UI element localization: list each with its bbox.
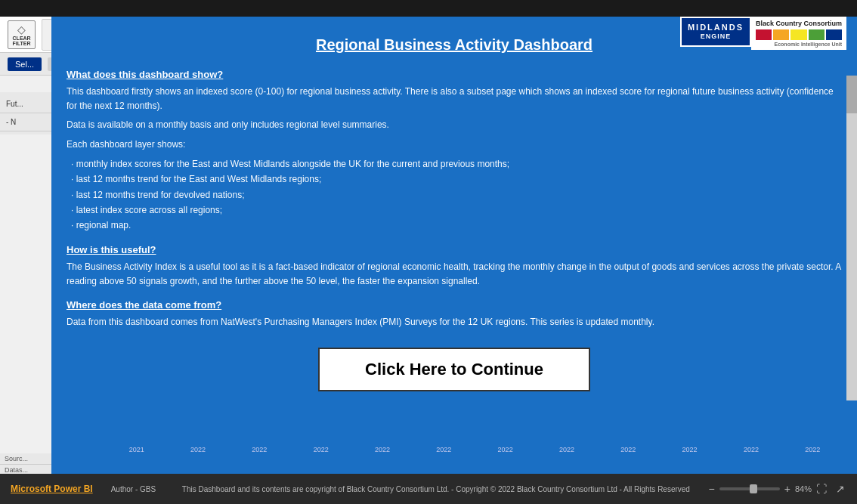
tl-11: 2022 bbox=[805, 446, 820, 453]
content-logos: MIDLANDS ENGINE Black Country Consortium… bbox=[680, 17, 846, 50]
bcc-color-row bbox=[756, 29, 842, 40]
select-button[interactable]: Sel... bbox=[8, 57, 42, 71]
section-heading-2: How is this useful? bbox=[67, 244, 842, 255]
section-text-1b: Data is available on a monthly basis and… bbox=[67, 118, 842, 132]
tl-0: 2021 bbox=[129, 446, 144, 453]
bullet-item-2: last 12 months trend for the East and We… bbox=[71, 172, 842, 187]
clear-filter-button[interactable]: ◇ CLEARFILTER bbox=[8, 20, 36, 49]
powerbi-link[interactable]: Microsoft Power BI bbox=[0, 484, 104, 494]
bottom-toolbar: Microsoft Power BI Author - GBS This Das… bbox=[0, 474, 857, 504]
continue-btn-container: Click Here to Continue bbox=[67, 348, 842, 391]
main-content: MIDLANDS ENGINE Black Country Consortium… bbox=[51, 17, 857, 474]
tl-8: 2022 bbox=[620, 446, 636, 453]
tl-4: 2022 bbox=[375, 446, 390, 453]
tl-3: 2022 bbox=[314, 446, 329, 453]
me-line2-content: ENGINE bbox=[688, 32, 744, 42]
sidebar-item-future[interactable]: Fut... bbox=[0, 95, 51, 113]
tl-10: 2022 bbox=[744, 446, 759, 453]
zoom-thumb bbox=[750, 484, 757, 493]
me-logo-content: MIDLANDS ENGINE bbox=[680, 17, 751, 47]
me-line1-content: MIDLANDS bbox=[688, 22, 744, 32]
bullet-list: monthly index scores for the East and We… bbox=[67, 156, 842, 233]
section-text-1c: Each dashboard layer shows: bbox=[67, 138, 842, 152]
exit-fullscreen-button[interactable]: ↗ bbox=[836, 483, 849, 495]
app-chrome bbox=[0, 0, 857, 17]
tl-1: 2022 bbox=[190, 446, 206, 453]
bullet-item-4: latest index score across all regions; bbox=[71, 203, 842, 218]
fullscreen-button[interactable]: ⛶ bbox=[816, 483, 831, 495]
eiu-content: Economic Intelligence Unit bbox=[756, 42, 842, 47]
filter-icon: ◇ bbox=[17, 23, 26, 36]
bcc-yellow-content bbox=[790, 29, 806, 40]
bcc-orange-content bbox=[773, 29, 789, 40]
tl-9: 2022 bbox=[682, 446, 698, 453]
scroll-thumb[interactable] bbox=[846, 76, 857, 113]
bcc-red-content bbox=[756, 29, 772, 40]
sidebar-item-n[interactable]: - N bbox=[0, 113, 51, 131]
scrollbar[interactable] bbox=[846, 76, 857, 400]
zoom-slider[interactable] bbox=[719, 487, 780, 490]
bullet-item-5: regional map. bbox=[71, 218, 842, 233]
section-heading-1: What does this dashboard show? bbox=[67, 69, 842, 80]
bullet-item-3: last 12 months trend for devolved nation… bbox=[71, 187, 842, 203]
tl-2: 2022 bbox=[252, 446, 267, 453]
bcc-logo-content: Black Country Consortium Economic Intell… bbox=[751, 17, 846, 50]
dashboard-body: Regional Business Activity Dashboard Wha… bbox=[51, 17, 857, 404]
section-text-3: Data from this dashboard comes from NatW… bbox=[67, 315, 842, 329]
zoom-controls: − + 84% ⛶ ↗ bbox=[709, 483, 857, 495]
section-text-1a: This dashboard firstly shows an indexed … bbox=[67, 85, 842, 113]
bcc-name-content: Black Country Consortium bbox=[756, 20, 842, 27]
tl-5: 2022 bbox=[436, 446, 451, 453]
zoom-out-button[interactable]: − bbox=[709, 483, 715, 495]
bcc-green-content bbox=[809, 29, 825, 40]
section-heading-3: Where does the data come from? bbox=[67, 299, 842, 311]
sidebar: Fut... - N bbox=[0, 92, 51, 135]
tl-7: 2022 bbox=[559, 446, 574, 453]
footer-author: Author - GBS bbox=[104, 485, 163, 493]
source-row: Sourc... bbox=[0, 453, 51, 465]
bcc-blue-content bbox=[826, 29, 842, 40]
zoom-in-button[interactable]: + bbox=[784, 483, 790, 495]
timeline-bar: 2021 2022 2022 2022 2022 2022 2022 2022 … bbox=[103, 442, 846, 457]
bullet-item-1: monthly index scores for the East and We… bbox=[71, 156, 842, 172]
tl-6: 2022 bbox=[498, 446, 513, 453]
footer-copyright: This Dashboard and its contents are copy… bbox=[163, 485, 708, 493]
section-text-2: The Business Activity Index is a useful … bbox=[67, 260, 842, 289]
zoom-percentage: 84% bbox=[795, 484, 812, 493]
clear-filter-label: CLEARFILTER bbox=[13, 36, 31, 46]
continue-button[interactable]: Click Here to Continue bbox=[318, 348, 590, 391]
